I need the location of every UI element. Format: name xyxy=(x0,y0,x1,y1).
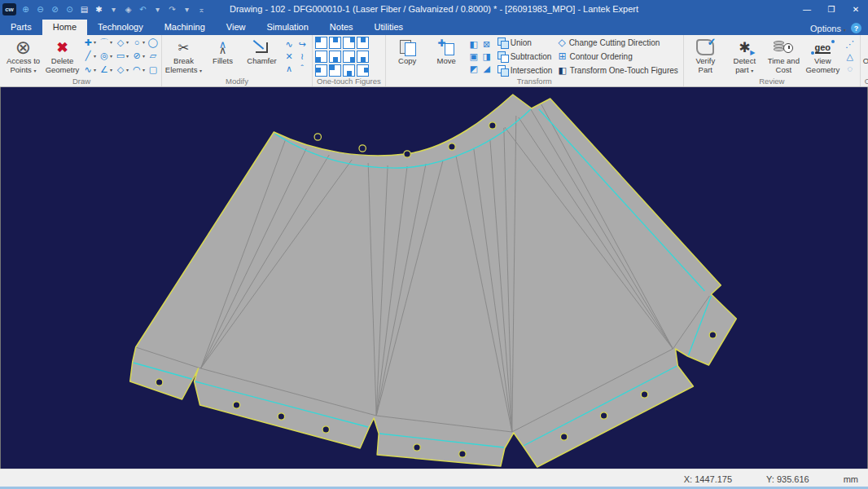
contour-ordering-button[interactable]: ⊞Contour Ordering xyxy=(558,51,677,63)
open-icon[interactable]: ⊖ xyxy=(34,3,46,15)
hole[interactable] xyxy=(459,451,466,457)
app-logo[interactable]: cw xyxy=(2,3,16,15)
change-cutting-direction-button[interactable]: ◇Change Cutting Direction xyxy=(558,37,677,49)
break-elements-button[interactable]: ✂BreakElements ▾ xyxy=(164,36,203,77)
save-disk-icon[interactable]: ▤ xyxy=(78,3,90,15)
draw-tool-icon[interactable]: ◠▾ xyxy=(131,64,147,76)
tab-view[interactable]: View xyxy=(216,20,256,35)
hole[interactable] xyxy=(641,391,647,398)
draw-tool-icon[interactable]: ▢ xyxy=(147,64,159,76)
draw-tool-icon[interactable]: ∿▾ xyxy=(82,64,99,76)
hole[interactable] xyxy=(449,143,455,150)
one-touch-figure-icon[interactable] xyxy=(329,51,341,63)
one-touch-figure-icon[interactable] xyxy=(329,64,341,77)
dropdown-icon[interactable]: ▾ xyxy=(107,3,120,15)
tab-parts[interactable]: Parts xyxy=(0,20,42,35)
minimize-ribbon-icon[interactable]: ⌅ xyxy=(195,3,208,15)
tool-icon[interactable]: ◧ xyxy=(468,39,480,50)
hole[interactable] xyxy=(359,145,366,152)
one-touch-figure-icon[interactable] xyxy=(343,51,355,63)
hole[interactable] xyxy=(233,402,239,408)
hole[interactable] xyxy=(314,134,321,140)
tool-icon[interactable]: ◨ xyxy=(481,51,493,62)
undo-icon[interactable]: ↶ xyxy=(137,3,149,15)
draw-tool-icon[interactable]: ⊘▾ xyxy=(131,50,147,62)
redo-dropdown-icon[interactable]: ▾ xyxy=(181,3,193,15)
time-and-cost-button[interactable]: Time andCost xyxy=(765,36,803,77)
tab-machining[interactable]: Machining xyxy=(154,20,216,35)
hole[interactable] xyxy=(322,426,329,433)
restore-button[interactable]: ❐ xyxy=(819,0,844,18)
tool-icon[interactable]: ◢ xyxy=(481,64,493,74)
tool-icon[interactable]: ▣ xyxy=(468,51,480,62)
draw-tool-icon[interactable]: ◇▾ xyxy=(115,64,131,76)
draw-tool-icon[interactable]: ◯ xyxy=(147,37,159,49)
detect-part-button[interactable]: ✱Detectpart ▾ xyxy=(726,36,764,77)
options-menu[interactable]: Options ▾ xyxy=(810,24,846,33)
tool-icon[interactable]: ∿ xyxy=(283,39,295,50)
one-touch-figure-icon[interactable] xyxy=(329,37,341,49)
draw-tool-icon[interactable]: ○▾ xyxy=(131,37,147,49)
hole[interactable] xyxy=(489,122,496,129)
hole[interactable] xyxy=(561,434,568,440)
tab-technology[interactable]: Technology xyxy=(87,20,154,35)
tool-icon[interactable]: ≀ xyxy=(296,51,308,62)
save-icon[interactable]: ⊕ xyxy=(20,3,32,15)
minimize-button[interactable]: — xyxy=(795,0,819,18)
one-touch-figure-icon[interactable] xyxy=(315,64,327,77)
one-touch-figure-icon[interactable] xyxy=(357,64,369,77)
undo-dropdown-icon[interactable]: ▾ xyxy=(151,3,164,15)
transform-one-touch-figures-button[interactable]: ◧Transform One-Touch Figures xyxy=(558,64,677,77)
draw-tool-icon[interactable]: ◇▾ xyxy=(115,37,131,49)
tool-icon[interactable]: ✕ xyxy=(283,51,295,62)
hole[interactable] xyxy=(600,412,607,419)
verify-part-button[interactable]: VerifyPart xyxy=(686,36,725,77)
tab-home[interactable]: Home xyxy=(42,20,87,35)
send-icon[interactable]: ◈ xyxy=(122,3,134,15)
tool-icon[interactable]: ∧ xyxy=(283,64,295,74)
tool-icon[interactable]: ⋰ xyxy=(844,39,856,50)
hole[interactable] xyxy=(156,379,162,385)
tool-icon[interactable]: ⊠ xyxy=(481,39,493,50)
draw-tool-icon[interactable]: ▭▾ xyxy=(115,50,131,62)
subtraction-button[interactable]: Subtraction xyxy=(498,51,553,63)
one-touch-figure-icon[interactable] xyxy=(343,37,355,49)
redo-icon[interactable]: ↷ xyxy=(166,3,178,15)
orthogonal-button[interactable]: Orthogonal xyxy=(863,36,868,77)
tool-icon[interactable]: △ xyxy=(844,51,856,62)
draw-tool-icon[interactable]: ✚▾ xyxy=(82,37,99,49)
info-icon[interactable]: ⊙ xyxy=(64,3,76,15)
union-button[interactable]: Union xyxy=(498,37,553,49)
tool-icon[interactable]: ↪ xyxy=(296,39,308,50)
hole[interactable] xyxy=(404,151,410,157)
draw-tool-icon[interactable]: ╱▾ xyxy=(82,50,99,62)
copy-button[interactable]: Copy xyxy=(388,36,427,77)
help-icon[interactable]: ? xyxy=(851,23,861,33)
tab-utilities[interactable]: Utilities xyxy=(364,20,414,35)
intersection-button[interactable]: Intersection xyxy=(498,64,553,77)
tab-notes[interactable]: Notes xyxy=(319,20,364,35)
close-button[interactable]: ✕ xyxy=(844,0,868,18)
draw-tool-icon[interactable]: ⌒▾ xyxy=(99,37,115,49)
settings-icon[interactable]: ✱ xyxy=(93,3,105,15)
drawing-canvas[interactable] xyxy=(0,87,868,469)
chamfer-button[interactable]: Chamfer xyxy=(243,36,281,77)
tool-icon[interactable]: ˆ xyxy=(296,64,308,74)
tool-icon[interactable]: ◩ xyxy=(468,64,480,74)
draw-tool-icon[interactable]: ∠▾ xyxy=(99,64,115,76)
hole[interactable] xyxy=(709,332,716,338)
one-touch-figure-icon[interactable] xyxy=(357,37,369,49)
draw-tool-icon[interactable]: ▱ xyxy=(147,50,159,62)
draw-tool-icon[interactable]: ◎▾ xyxy=(99,50,115,62)
one-touch-figure-icon[interactable] xyxy=(315,51,327,63)
tab-simulation[interactable]: Simulation xyxy=(256,20,318,35)
hole[interactable] xyxy=(414,444,420,451)
move-button[interactable]: Move xyxy=(427,36,466,77)
hole[interactable] xyxy=(278,413,284,420)
new-drawing-icon[interactable]: ⊘ xyxy=(49,3,61,15)
access-to-points-button[interactable]: ⊗Access toPoints ▾ xyxy=(4,36,42,77)
view-geometry-button[interactable]: geoViewGeometry xyxy=(804,36,842,77)
one-touch-figure-icon[interactable] xyxy=(315,37,327,49)
sheet-part-drawing[interactable] xyxy=(1,87,867,469)
tool-icon[interactable]: ◌ xyxy=(844,64,856,74)
